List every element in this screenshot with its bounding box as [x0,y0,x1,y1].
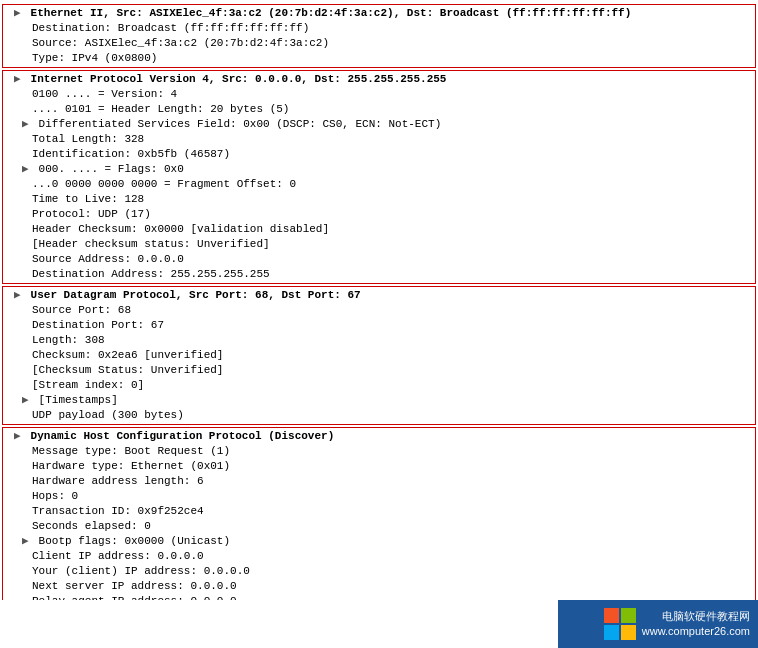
expand-triangle: ▶ [14,6,24,21]
field-row-udp-0: Source Port: 68 [6,303,752,318]
field-row-ip-6: ...0 0000 0000 0000 = Fragment Offset: 0 [6,177,752,192]
field-row-dhcp-1: Hardware type: Ethernet (0x01) [6,459,752,474]
expand-triangle: ▶ [14,429,24,444]
field-row-ip-1: .... 0101 = Header Length: 20 bytes (5) [6,102,752,117]
section-header-ethernet[interactable]: ▶ Ethernet II, Src: ASIXElec_4f:3a:c2 (2… [6,6,752,21]
field-row-ethernet-1: Source: ASIXElec_4f:3a:c2 (20:7b:d2:4f:3… [6,36,752,51]
field-row-udp-4: [Checksum Status: Unverified] [6,363,752,378]
packet-detail: ▶ Ethernet II, Src: ASIXElec_4f:3a:c2 (2… [0,0,758,600]
field-row-dhcp-7: Client IP address: 0.0.0.0 [6,549,752,564]
expand-icon[interactable]: ▶ [22,534,32,549]
field-row-ip-12: Destination Address: 255.255.255.255 [6,267,752,282]
bottom-bar-title: 电脑软硬件教程网 [642,609,750,624]
field-row-ethernet-0: Destination: Broadcast (ff:ff:ff:ff:ff:f… [6,21,752,36]
field-row-ip-0: 0100 .... = Version: 4 [6,87,752,102]
field-row-ip-11: Source Address: 0.0.0.0 [6,252,752,267]
win-logo-q1 [604,608,619,623]
section-dhcp[interactable]: ▶ Dynamic Host Configuration Protocol (D… [2,427,756,600]
bottom-bar-url: www.computer26.com [642,624,750,639]
bottom-bar-text: 电脑软硬件教程网 www.computer26.com [642,609,750,640]
expand-triangle: ▶ [14,72,24,87]
main-container: ▶ Ethernet II, Src: ASIXElec_4f:3a:c2 (2… [0,0,758,648]
field-row-ip-4: Identification: 0xb5fb (46587) [6,147,752,162]
win-logo-q2 [621,608,636,623]
field-row-dhcp-8: Your (client) IP address: 0.0.0.0 [6,564,752,579]
field-row-dhcp-6: ▶ Bootp flags: 0x0000 (Unicast) [6,534,752,549]
field-row-dhcp-0: Message type: Boot Request (1) [6,444,752,459]
field-row-udp-1: Destination Port: 67 [6,318,752,333]
win-logo-q3 [604,625,619,640]
field-row-dhcp-3: Hops: 0 [6,489,752,504]
field-row-udp-3: Checksum: 0x2ea6 [unverified] [6,348,752,363]
field-row-ip-10: [Header checksum status: Unverified] [6,237,752,252]
field-row-dhcp-4: Transaction ID: 0x9f252ce4 [6,504,752,519]
section-header-dhcp[interactable]: ▶ Dynamic Host Configuration Protocol (D… [6,429,752,444]
section-udp[interactable]: ▶ User Datagram Protocol, Src Port: 68, … [2,286,756,425]
expand-triangle: ▶ [14,288,24,303]
section-header-ip[interactable]: ▶ Internet Protocol Version 4, Src: 0.0.… [6,72,752,87]
field-row-udp-6: ▶ [Timestamps] [6,393,752,408]
field-row-ip-5: ▶ 000. .... = Flags: 0x0 [6,162,752,177]
expand-icon[interactable]: ▶ [22,117,32,132]
field-row-udp-2: Length: 308 [6,333,752,348]
expand-icon[interactable]: ▶ [22,162,32,177]
field-row-dhcp-5: Seconds elapsed: 0 [6,519,752,534]
expand-icon[interactable]: ▶ [22,393,32,408]
field-row-ethernet-2: Type: IPv4 (0x0800) [6,51,752,66]
field-row-udp-7: UDP payload (300 bytes) [6,408,752,423]
field-row-ip-9: Header Checksum: 0x0000 [validation disa… [6,222,752,237]
section-header-udp[interactable]: ▶ User Datagram Protocol, Src Port: 68, … [6,288,752,303]
win-logo-q4 [621,625,636,640]
section-ethernet[interactable]: ▶ Ethernet II, Src: ASIXElec_4f:3a:c2 (2… [2,4,756,68]
bottom-bar: 电脑软硬件教程网 www.computer26.com [558,600,758,648]
field-row-dhcp-9: Next server IP address: 0.0.0.0 [6,579,752,594]
field-row-dhcp-2: Hardware address length: 6 [6,474,752,489]
windows-logo [604,608,636,640]
field-row-ip-7: Time to Live: 128 [6,192,752,207]
field-row-ip-2: ▶ Differentiated Services Field: 0x00 (D… [6,117,752,132]
field-row-ip-8: Protocol: UDP (17) [6,207,752,222]
section-ip[interactable]: ▶ Internet Protocol Version 4, Src: 0.0.… [2,70,756,284]
field-row-udp-5: [Stream index: 0] [6,378,752,393]
field-row-ip-3: Total Length: 328 [6,132,752,147]
